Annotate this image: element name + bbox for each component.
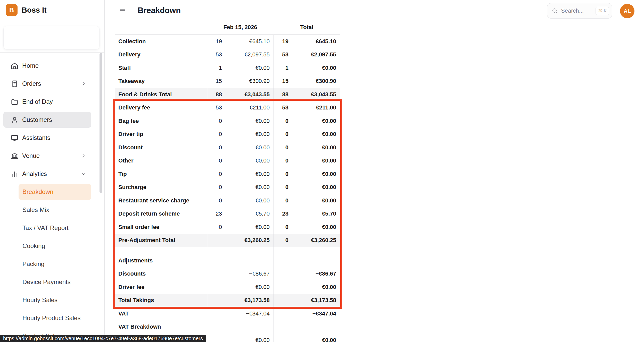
table-row: Delivery53€2,097.5553€2,097.55: [115, 48, 340, 62]
sidebar-subitem-packing[interactable]: Packing: [19, 256, 91, 272]
table-row: Driver tip0€0.000€0.00: [115, 128, 340, 141]
search-shortcut-badge: ⌘ K: [596, 7, 609, 15]
total-amount: €211.00: [288, 104, 340, 111]
feb-amount: €645.10: [222, 38, 274, 45]
sidebar-subitem-sales-mix[interactable]: Sales Mix: [19, 202, 91, 218]
brand-logo: B: [6, 4, 18, 16]
total-cell: 53€2,097.55: [274, 48, 340, 62]
total-cell: 0€0.00: [274, 167, 340, 181]
feb-cell: 15€300.90: [207, 75, 274, 88]
total-cell: 0€0.00: [274, 154, 340, 168]
total-cell: €0.00: [274, 280, 340, 294]
sidebar-subitem-hourly-sales[interactable]: Hourly Sales: [19, 292, 91, 308]
feb-count: 88: [207, 91, 222, 98]
total-cell: 0€0.00: [274, 194, 340, 207]
feb-cell: 53€2,097.55: [207, 48, 274, 62]
total-amount: €0.00: [288, 65, 340, 71]
row-label: Pre-Adjustment Total: [115, 234, 207, 247]
total-amount: −€86.67: [288, 270, 340, 277]
feb-cell: −€86.67: [207, 267, 274, 281]
total-amount: €0.00: [288, 337, 340, 342]
sidebar-item-end-of-day[interactable]: End of Day: [3, 94, 91, 110]
total-count: 0: [274, 197, 288, 204]
feb-amount: €0.00: [222, 131, 274, 138]
feb-count: 1: [207, 65, 222, 71]
table-column-headers: Feb 15, 2026 Total: [115, 23, 340, 31]
total-amount: €0.00: [288, 171, 340, 177]
total-cell: 15€300.90: [274, 75, 340, 88]
table-row: Pre-Adjustment Total€3,260.250€3,260.25: [115, 234, 340, 247]
feb-amount: €0.00: [222, 224, 274, 230]
sidebar-subitem-device-payments[interactable]: Device Payments: [19, 274, 91, 290]
total-amount: €2,097.55: [288, 51, 340, 58]
table-row: VAT−€347.04−€347.04: [115, 307, 340, 320]
row-label: Bag fee: [115, 114, 207, 128]
feb-amount: €0.00: [222, 184, 274, 191]
row-label: Restaurant service charge: [115, 194, 207, 207]
sidebar-subitem-label: Sales Mix: [22, 206, 49, 213]
avatar[interactable]: AL: [620, 4, 634, 18]
feb-cell: [207, 320, 274, 334]
sidebar-subitem-hourly-product-sales[interactable]: Hourly Product Sales: [19, 310, 91, 326]
total-amount: €0.00: [288, 144, 340, 151]
sidebar-scrollbar[interactable]: [100, 53, 102, 193]
table-row: Other0€0.000€0.00: [115, 154, 340, 168]
feb-count: 23: [207, 210, 222, 217]
sidebar-subitem-cooking[interactable]: Cooking: [19, 238, 91, 254]
feb-count: 53: [207, 51, 222, 58]
sidebar-item-venue[interactable]: Venue: [3, 148, 91, 164]
feb-cell: 88€3,043.55: [207, 88, 274, 101]
monitor-icon: [11, 134, 19, 142]
sidebar-nav: HomeOrdersEnd of DayCustomersAssistantsV…: [0, 58, 105, 342]
feb-amount: €3,260.25: [222, 237, 274, 244]
sidebar-item-analytics[interactable]: Analytics: [3, 166, 91, 182]
sidebar-item-label: Home: [22, 62, 39, 69]
feb-cell: €3,260.25: [207, 234, 274, 247]
sidebar-subitem-tax-vat-report[interactable]: Tax / VAT Report: [19, 220, 91, 236]
total-count: 0: [274, 184, 288, 191]
sidebar-subitem-breakdown[interactable]: Breakdown: [19, 184, 91, 200]
row-label: Food & Drinks Total: [115, 88, 207, 101]
chevron-down-icon: [80, 171, 87, 177]
row-label: [115, 247, 207, 254]
menu-toggle-button[interactable]: [117, 5, 128, 17]
column-header-date: Feb 15, 2026: [207, 23, 274, 31]
total-count: 88: [274, 91, 288, 98]
sidebar-subitem-label: Device Payments: [22, 278, 71, 286]
table-row: Staff1€0.001€0.00: [115, 61, 340, 75]
sidebar-item-orders[interactable]: Orders: [3, 76, 91, 92]
total-count: 23: [274, 210, 288, 217]
feb-count: 0: [207, 224, 222, 230]
table-row: Small order fee0€0.000€0.00: [115, 220, 340, 234]
total-amount: €0.00: [288, 131, 340, 138]
feb-cell: 19€645.10: [207, 35, 274, 48]
feb-count: 0: [207, 131, 222, 138]
sidebar-item-customers[interactable]: Customers: [3, 112, 91, 128]
sidebar-subitem-label: Hourly Product Sales: [22, 314, 80, 322]
total-cell: [274, 254, 340, 267]
feb-amount: €0.00: [222, 284, 274, 290]
sidebar-item-label: Assistants: [22, 134, 50, 141]
sidebar-item-home[interactable]: Home: [3, 58, 91, 74]
table-row: Tip0€0.000€0.00: [115, 167, 340, 181]
search-input[interactable]: Search... ⌘ K: [547, 3, 612, 19]
table-row: Food & Drinks Total88€3,043.5588€3,043.5…: [115, 88, 340, 101]
feb-amount: €300.90: [222, 78, 274, 84]
total-amount: €0.00: [288, 197, 340, 204]
row-label: Tip: [115, 167, 207, 181]
feb-amount: €3,043.55: [222, 91, 274, 98]
table-row: Takeaway15€300.9015€300.90: [115, 75, 340, 88]
table-row: Restaurant service charge0€0.000€0.00: [115, 194, 340, 207]
chevron-right-icon: [80, 81, 87, 87]
venue-selector-skeleton[interactable]: [3, 26, 100, 49]
feb-cell: 0€0.00: [207, 128, 274, 141]
feb-cell: [207, 247, 274, 254]
total-amount: €0.00: [288, 224, 340, 230]
table-row: Surcharge0€0.000€0.00: [115, 181, 340, 194]
sidebar-item-assistants[interactable]: Assistants: [3, 130, 91, 146]
total-cell: 0€0.00: [274, 128, 340, 141]
feb-count: 0: [207, 144, 222, 151]
feb-amount: −€86.67: [222, 270, 274, 277]
total-amount: €0.00: [288, 284, 340, 290]
total-amount: €645.10: [288, 38, 340, 45]
